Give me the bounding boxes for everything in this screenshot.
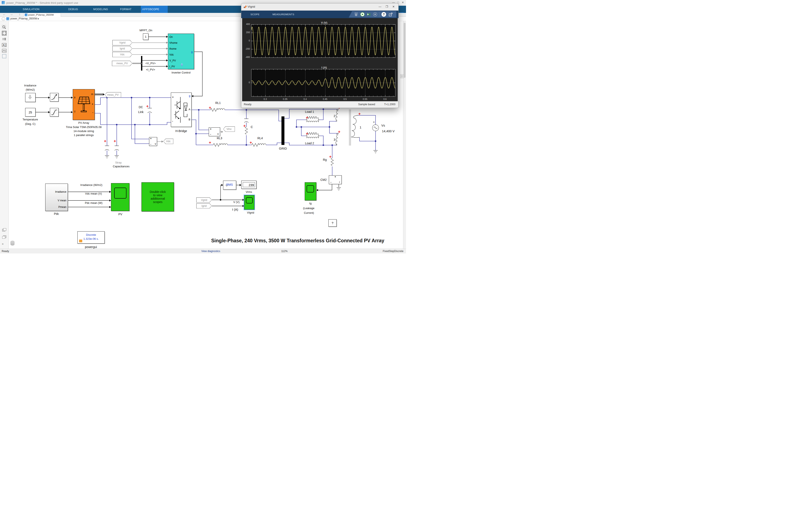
properties-mini-icon[interactable]	[400, 74, 404, 78]
vdc-measure-block[interactable]: + - v	[149, 137, 157, 146]
voltage-plot-panel[interactable]	[251, 24, 395, 58]
palette-toolbar: A »	[0, 21, 9, 249]
solver-name[interactable]: FixedStepDiscrete	[383, 250, 403, 252]
h-bridge-block[interactable]: + - g A B	[171, 93, 192, 127]
inv-port-ihome: Ihome	[169, 47, 176, 50]
hb-plus: +	[172, 96, 173, 99]
meas-pv-from-tag[interactable]: meas_PV	[112, 61, 133, 66]
scope-figure-area[interactable]: V (V) 4002000-200-400 I (A) 0 0.30.350.4…	[242, 18, 398, 101]
powergui-block[interactable]: Discrete 1.323e-06 s.	[78, 231, 105, 243]
tab-format[interactable]: FORMAT	[120, 6, 132, 13]
saturation-block[interactable]	[50, 108, 59, 117]
nav-forward-icon[interactable]: ⇨	[11, 13, 13, 16]
nav-up-icon[interactable]: ⇧	[18, 13, 21, 16]
vgrid-from-tag-2[interactable]: Vgrid	[196, 197, 212, 203]
hide-browser-icon[interactable]: ←	[2, 17, 5, 21]
vdc-meas-minus: -	[150, 143, 151, 146]
layer-back-icon[interactable]	[2, 235, 7, 239]
dc-link-label-1: DC	[139, 105, 143, 109]
simulink-window: power_PVarray_3500W * - Simulink third p…	[0, 0, 406, 253]
scope-status-ready: Ready	[244, 103, 251, 106]
x-tick-label: 0.4	[303, 98, 307, 100]
vrms-display-block[interactable]: 239	[241, 181, 256, 189]
inverter-control-name: Inverter Control	[171, 71, 191, 74]
vdc-meas-plus: +	[150, 137, 152, 140]
canvas-scrollbar[interactable]	[403, 21, 406, 249]
rg-label: Rg	[323, 158, 327, 161]
meas-pv-goto-tag[interactable]: meas_PV	[105, 92, 121, 98]
pv-port-t: T	[74, 110, 75, 113]
image-icon[interactable]	[2, 48, 7, 53]
nav-back-icon[interactable]: ⇦	[3, 13, 5, 16]
fit-to-view-icon[interactable]	[2, 31, 7, 36]
hb-g: g	[189, 95, 190, 97]
layer-front-icon[interactable]	[2, 228, 7, 232]
annotation-icon[interactable]: A	[2, 43, 7, 47]
mppt-constant-block[interactable]: 1	[143, 34, 148, 40]
pv-array-block[interactable]: Ir T m + -	[73, 89, 95, 120]
solar-panel-icon	[77, 97, 90, 113]
pv-scope-block[interactable]	[111, 183, 130, 211]
vdc-from-tag[interactable]: Vdc	[112, 52, 133, 57]
vs-label: Vs	[381, 124, 385, 127]
stray-label-2: Capacitances	[113, 165, 130, 168]
scope-title-bar[interactable]: VIgrid — ❐ ✕	[241, 3, 398, 11]
signal-routing-icon[interactable]	[2, 37, 7, 41]
popout-icon[interactable]	[389, 12, 393, 17]
scope-minimize-icon[interactable]: —	[378, 5, 382, 8]
doubleclick-block[interactable]: Double-click to view additionnal scopes	[142, 182, 174, 212]
tab-scope[interactable]: SCOPE	[150, 6, 159, 13]
scrollbar-thumb[interactable]	[404, 23, 406, 78]
vrms-label: Vrms	[246, 190, 252, 193]
irradiance-source-block[interactable]	[25, 93, 36, 102]
rms-block[interactable]: RMS	[223, 181, 236, 190]
winding3-number: 3	[334, 138, 336, 141]
vinv-measure-block[interactable]: + - v	[209, 127, 220, 136]
igrid-from-tag[interactable]: Igrid	[112, 46, 133, 51]
stop-icon[interactable]	[373, 12, 377, 17]
signal-label-pdcmean: Pdc mean (W)	[85, 201, 102, 205]
tab-modeling[interactable]: MODELING	[93, 6, 108, 13]
vigrid-scope-screen	[246, 197, 253, 204]
tab-debug[interactable]: DEBUG	[68, 6, 78, 13]
temperature-constant-block[interactable]: 25	[25, 108, 36, 117]
pdc-block[interactable]: Irradiance V mean Pmean	[45, 183, 68, 211]
step-forward-icon[interactable]	[366, 12, 371, 17]
igrid-from-tag-2[interactable]: Igrid	[196, 203, 212, 209]
current-plot-panel[interactable]	[251, 69, 395, 97]
breadcrumb[interactable]: power_PVarray_3500W ▸	[10, 17, 39, 20]
close-button[interactable]: ✕	[401, 1, 405, 4]
rl3-label: RL3	[217, 136, 222, 140]
document-tab[interactable]: power_PVarray_3500W	[24, 13, 61, 17]
inverter-control-block[interactable]: On Vhome Ihome Vdc V_PV I_PV g	[168, 34, 194, 69]
help-icon[interactable]: ?	[382, 12, 386, 17]
scope-tab-scope[interactable]: SCOPE	[251, 11, 260, 18]
expand-more-icon[interactable]: »	[2, 242, 7, 247]
scope-maximize-icon[interactable]: ❐	[385, 5, 389, 8]
grid-label: GRID	[279, 147, 287, 150]
area-box-icon[interactable]	[2, 54, 7, 59]
rate-transition-block[interactable]	[50, 93, 59, 102]
vinv-goto-tag[interactable]: Vinv	[223, 126, 235, 132]
zoom-region-icon[interactable]	[2, 25, 7, 30]
question-block[interactable]: ?	[328, 219, 337, 227]
scope-status-sample: Sample based	[358, 103, 375, 106]
tab-apps[interactable]: APPS	[142, 6, 150, 13]
data-cylinder-icon[interactable]	[11, 241, 14, 245]
scope-close-icon[interactable]: ✕	[391, 5, 396, 8]
scope-status-time: T=1.2000	[384, 103, 395, 106]
voltage-plot-title: V (V)	[321, 21, 327, 24]
scope-tab-measurements[interactable]: MEASUREMENTS	[272, 11, 294, 18]
run-icon[interactable]	[360, 12, 365, 17]
cm2-i: i	[339, 181, 340, 183]
vgrid-from-tag[interactable]: Vgrid	[112, 40, 133, 45]
pv-array-sub2: 14-module string	[73, 129, 94, 133]
cm2-block[interactable]: + - i	[329, 175, 342, 184]
tab-simulation[interactable]: SIMULATION	[22, 6, 39, 13]
ig-scope-block[interactable]	[305, 182, 316, 201]
settings-icon[interactable]	[354, 12, 358, 17]
vs-value: 14,400 V	[382, 129, 395, 133]
current-waveform	[251, 69, 395, 96]
vigrid-scope-block[interactable]	[244, 195, 254, 210]
view-diagnostics-link[interactable]: View diagnostics	[201, 250, 220, 252]
